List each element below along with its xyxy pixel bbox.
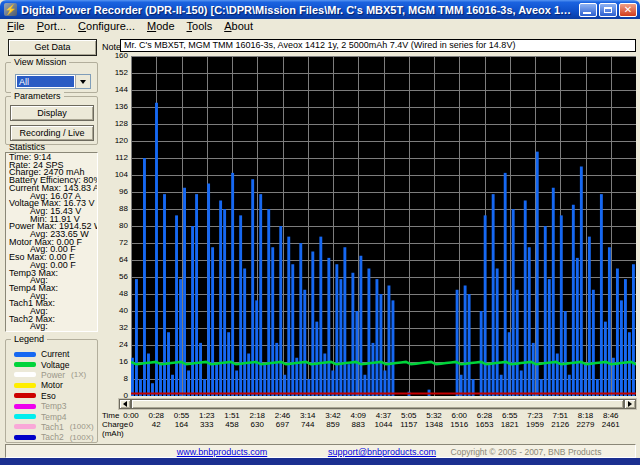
legend-item-current[interactable]: Current bbox=[12, 349, 94, 359]
y-tick-label: 24 bbox=[100, 341, 128, 349]
menu-configure[interactable]: Configure... bbox=[73, 19, 142, 34]
y-tick-label: 160 bbox=[100, 52, 128, 60]
stat-line: Tach2 Max: bbox=[9, 316, 97, 324]
legend-item-label: Tach2 bbox=[41, 432, 64, 442]
y-tick-label: 8 bbox=[100, 375, 128, 383]
arrow-left-icon bbox=[123, 401, 127, 407]
legend-group: Legend CurrentVoltagePower(1X)MotorEsoTe… bbox=[5, 339, 98, 443]
stat-line: Temp3 Max: bbox=[9, 270, 97, 278]
window-title: Digital Power Recorder (DPR-II-150) [C:\… bbox=[21, 4, 577, 16]
legend-item-motor[interactable]: Motor bbox=[12, 380, 94, 390]
time-tick-label: 3:14 bbox=[294, 411, 322, 420]
chart-plot[interactable] bbox=[131, 56, 636, 396]
scroll-right-button[interactable] bbox=[624, 399, 636, 409]
legend-label: Legend bbox=[11, 334, 47, 344]
y-tick-label: 136 bbox=[100, 103, 128, 111]
mission-select[interactable]: All bbox=[15, 74, 91, 89]
legend-item-multiplier: (100X) bbox=[70, 422, 94, 431]
y-tick-label: 152 bbox=[100, 69, 128, 77]
menu-port[interactable]: Port... bbox=[32, 19, 73, 34]
chart-horizontal-scrollbar[interactable] bbox=[118, 398, 637, 410]
website-link[interactable]: www.bnbproducts.com bbox=[146, 447, 298, 457]
close-button[interactable]: ✕ bbox=[619, 3, 637, 17]
legend-item-temp4[interactable]: Temp4 bbox=[12, 411, 94, 421]
time-tick-label: 0:28 bbox=[142, 411, 170, 420]
legend-item-label: Eso bbox=[41, 391, 56, 401]
minimize-icon bbox=[583, 12, 591, 14]
time-tick-label: 0:55 bbox=[168, 411, 196, 420]
legend-item-label: Tach1 bbox=[41, 422, 64, 432]
time-tick-label: 1:23 bbox=[193, 411, 221, 420]
eso-swatch-icon bbox=[14, 393, 36, 398]
y-tick-label: 128 bbox=[100, 120, 128, 128]
legend-item-multiplier: (100X) bbox=[70, 433, 94, 442]
time-tick-label: 2:18 bbox=[243, 411, 271, 420]
charge-tick-label: 1348 bbox=[420, 420, 448, 429]
time-tick-label: 3:42 bbox=[319, 411, 347, 420]
menu-about[interactable]: About bbox=[219, 19, 260, 34]
charge-tick-label: 42 bbox=[142, 420, 170, 429]
legend-item-power[interactable]: Power(1X) bbox=[12, 370, 94, 380]
time-tick-label: 5:32 bbox=[420, 411, 448, 420]
charge-tick-label: 1821 bbox=[496, 420, 524, 429]
charge-tick-label: 744 bbox=[294, 420, 322, 429]
combo-dropdown-button[interactable] bbox=[75, 75, 90, 88]
legend-item-tach1[interactable]: Tach1(100X) bbox=[12, 422, 94, 432]
stat-line: Temp4 Max: bbox=[9, 285, 97, 293]
legend-item-label: Power bbox=[41, 370, 65, 380]
time-tick-label: 7:23 bbox=[521, 411, 549, 420]
y-tick-label: 40 bbox=[100, 307, 128, 315]
charge-tick-label: 0 bbox=[117, 420, 145, 429]
time-tick-label: 8:46 bbox=[597, 411, 625, 420]
time-tick-label: 6:55 bbox=[496, 411, 524, 420]
charge-tick-label: 1157 bbox=[395, 420, 423, 429]
legend-item-voltage[interactable]: Voltage bbox=[12, 359, 94, 369]
charge-tick-label: 1959 bbox=[521, 420, 549, 429]
view-mission-label: View Mission bbox=[11, 57, 69, 67]
time-tick-label: 4:09 bbox=[344, 411, 372, 420]
legend-item-label: Temp4 bbox=[41, 412, 67, 422]
maximize-button[interactable] bbox=[599, 3, 617, 17]
legend-item-label: Current bbox=[41, 349, 69, 359]
menu-file[interactable]: File bbox=[2, 19, 32, 34]
time-tick-label: 4:37 bbox=[370, 411, 398, 420]
legend-item-eso[interactable]: Eso bbox=[12, 391, 94, 401]
charge-tick-label: 1516 bbox=[445, 420, 473, 429]
legend-item-tach2[interactable]: Tach2(100X) bbox=[12, 432, 94, 442]
menu-mode[interactable]: Mode bbox=[142, 19, 182, 34]
app-icon: ⚡ bbox=[4, 3, 17, 16]
y-tick-label: 56 bbox=[100, 273, 128, 281]
time-tick-label: 8:18 bbox=[572, 411, 600, 420]
close-icon: ✕ bbox=[620, 4, 636, 16]
menu-bar: FilePort...Configure...ModeToolsAbout bbox=[0, 19, 640, 34]
y-tick-label: 96 bbox=[100, 188, 128, 196]
display-button[interactable]: Display bbox=[10, 105, 94, 121]
menu-tools[interactable]: Tools bbox=[182, 19, 220, 34]
time-tick-label: 0:00 bbox=[117, 411, 145, 420]
maximize-icon bbox=[604, 7, 612, 13]
scrollbar-thumb[interactable] bbox=[131, 399, 624, 409]
charge-tick-label: 859 bbox=[319, 420, 347, 429]
power-swatch-icon bbox=[14, 372, 36, 377]
time-tick-label: 1:51 bbox=[218, 411, 246, 420]
statistics-box: Time: 9:14Rate: 24 SPSCharge: 2470 mAhBa… bbox=[5, 152, 98, 332]
charge-tick-label: 2126 bbox=[546, 420, 574, 429]
current-swatch-icon bbox=[14, 352, 36, 357]
recording-live-button[interactable]: Recording / Live bbox=[10, 125, 94, 141]
title-bar[interactable]: ⚡ Digital Power Recorder (DPR-II-150) [C… bbox=[0, 0, 640, 19]
temp4-swatch-icon bbox=[14, 414, 36, 419]
minimize-button[interactable] bbox=[579, 3, 597, 17]
charge-unit-label: (mAh) bbox=[102, 429, 124, 438]
legend-item-label: Motor bbox=[41, 380, 63, 390]
mission-selected-value: All bbox=[17, 76, 74, 87]
time-tick-label: 2:46 bbox=[269, 411, 297, 420]
scroll-left-button[interactable] bbox=[119, 399, 131, 409]
legend-item-label: Voltage bbox=[41, 360, 69, 370]
arrow-right-icon bbox=[628, 401, 632, 407]
get-data-button[interactable]: Get Data bbox=[8, 39, 97, 56]
legend-item-temp3[interactable]: Temp3 bbox=[12, 401, 94, 411]
statistics-label: Statistics bbox=[9, 142, 45, 152]
y-tick-label: 144 bbox=[100, 86, 128, 94]
y-tick-label: 104 bbox=[100, 171, 128, 179]
charge-tick-label: 883 bbox=[344, 420, 372, 429]
